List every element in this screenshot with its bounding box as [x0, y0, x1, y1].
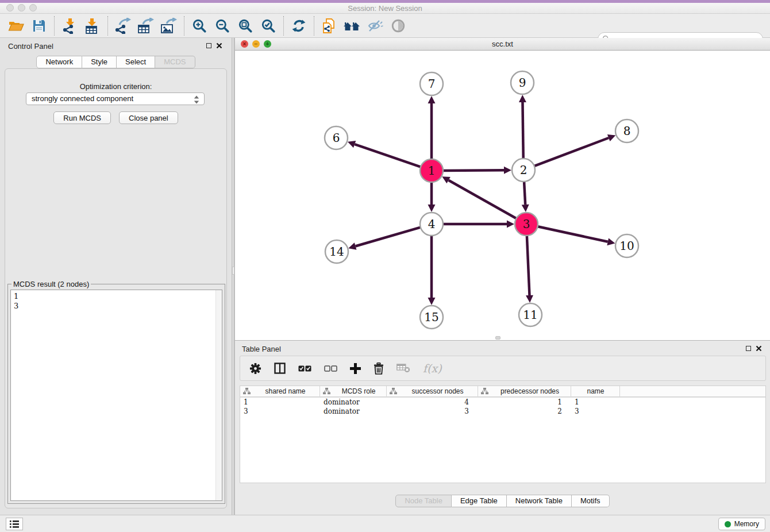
- graph-node-7[interactable]: 7: [420, 72, 443, 95]
- tab-mcds[interactable]: MCDS: [155, 56, 195, 68]
- mcds-result-textarea[interactable]: 13: [10, 290, 222, 501]
- column-header-MCDS-role[interactable]: MCDS role: [320, 386, 387, 396]
- zoom-in-icon[interactable]: [188, 16, 211, 36]
- canvas-scroll-thumb[interactable]: [495, 336, 500, 340]
- delete-table-icon[interactable]: [396, 364, 410, 373]
- cell-shared-name[interactable]: 3: [240, 407, 320, 416]
- float-panel-icon[interactable]: [206, 43, 211, 48]
- edge-4-14[interactable]: [356, 227, 421, 246]
- cell-name[interactable]: 1: [571, 398, 620, 407]
- close-panel-button[interactable]: Close panel: [119, 111, 178, 124]
- edge-2-9[interactable]: [522, 102, 523, 159]
- task-history-button[interactable]: [6, 518, 23, 530]
- edge-3-11[interactable]: [527, 235, 530, 295]
- graph-node-2[interactable]: 2: [512, 159, 535, 182]
- tab-motifs[interactable]: Motifs: [572, 495, 610, 507]
- tab-node-table[interactable]: Node Table: [395, 495, 452, 507]
- edge-2-8[interactable]: [534, 138, 609, 166]
- edge-2-3[interactable]: [524, 181, 525, 205]
- minimize-network-icon[interactable]: −: [252, 40, 260, 48]
- cell-name[interactable]: 3: [571, 407, 620, 416]
- close-network-icon[interactable]: ×: [241, 40, 248, 48]
- graph-node-4[interactable]: 4: [420, 213, 443, 236]
- deselect-all-icon[interactable]: [324, 365, 337, 372]
- graph-node-11[interactable]: 11: [519, 303, 542, 326]
- close-panel-icon[interactable]: [216, 43, 222, 49]
- tab-network[interactable]: Network: [36, 56, 82, 68]
- cell-shared-name[interactable]: 1: [240, 398, 320, 407]
- optimization-criterion-label: Optimization criterion:: [5, 82, 226, 91]
- graph-node-10[interactable]: 10: [615, 234, 638, 257]
- import-table-icon[interactable]: [81, 16, 104, 36]
- select-all-icon[interactable]: [298, 365, 311, 372]
- splitter-handle[interactable]: [232, 267, 234, 275]
- main-toolbar: [0, 14, 770, 38]
- graph-node-14[interactable]: 14: [325, 240, 348, 263]
- export-image-icon[interactable]: [157, 16, 180, 36]
- optimization-select[interactable]: strongly connected component: [26, 92, 205, 105]
- cell-successor-nodes[interactable]: 4: [387, 398, 478, 407]
- column-header-name[interactable]: name: [571, 386, 620, 396]
- graph-node-15[interactable]: 15: [420, 306, 443, 329]
- delete-column-icon[interactable]: [374, 363, 384, 375]
- zoom-selected-icon[interactable]: [257, 16, 280, 36]
- graph-node-3[interactable]: 3: [515, 213, 538, 236]
- edge-3-10[interactable]: [537, 226, 608, 242]
- column-header-predecessor-nodes[interactable]: predecessor nodes: [478, 386, 571, 396]
- close-table-panel-icon[interactable]: [756, 345, 762, 352]
- tab-edge-table[interactable]: Edge Table: [452, 495, 507, 507]
- table-toolbar: f(x): [240, 356, 766, 381]
- column-header-label: MCDS role: [333, 387, 386, 395]
- float-table-panel-icon[interactable]: [746, 346, 751, 351]
- graph-node-1[interactable]: 1: [420, 159, 443, 182]
- export-table-icon[interactable]: [134, 16, 157, 36]
- show-all-panels-icon[interactable]: [341, 16, 364, 36]
- table-row[interactable]: 3dominator323: [240, 407, 765, 416]
- edge-3-1[interactable]: [449, 180, 517, 219]
- export-network-icon[interactable]: [111, 16, 134, 36]
- node-table[interactable]: shared nameMCDS rolesuccessor nodesprede…: [240, 385, 766, 483]
- graph-node-8[interactable]: 8: [615, 119, 638, 142]
- tab-network-table[interactable]: Network Table: [507, 495, 572, 507]
- maximize-window-icon[interactable]: [29, 4, 37, 11]
- memory-button[interactable]: Memory: [718, 518, 765, 530]
- run-mcds-button[interactable]: Run MCDS: [53, 111, 111, 124]
- network-window-titlebar[interactable]: × − + scc.txt: [235, 38, 770, 51]
- cell-MCDS-role[interactable]: dominator: [320, 398, 387, 407]
- result-scrollbar[interactable]: [215, 290, 222, 500]
- graph-node-9[interactable]: 9: [511, 71, 534, 94]
- edge-1-6[interactable]: [355, 144, 421, 167]
- column-header-shared-name[interactable]: shared name: [240, 386, 320, 396]
- show-graphics-details-icon[interactable]: [387, 16, 410, 36]
- import-network-icon[interactable]: [58, 16, 81, 36]
- cell-predecessor-nodes[interactable]: 2: [478, 407, 571, 416]
- graph-node-6[interactable]: 6: [325, 126, 348, 149]
- column-layout-icon[interactable]: [274, 363, 286, 374]
- mcds-result-title: MCDS result (2 nodes): [11, 280, 91, 288]
- save-session-icon[interactable]: [28, 16, 51, 36]
- toolbar-separator: [54, 16, 55, 36]
- svg-text:9: 9: [519, 76, 526, 90]
- svg-text:3: 3: [523, 217, 530, 231]
- table-settings-icon[interactable]: [249, 363, 261, 375]
- column-header-successor-nodes[interactable]: successor nodes: [387, 386, 478, 396]
- apply-layout-icon[interactable]: [287, 16, 310, 36]
- minimize-window-icon[interactable]: [18, 4, 25, 11]
- clone-network-icon[interactable]: [318, 16, 341, 36]
- table-row[interactable]: 1dominator411: [240, 398, 765, 407]
- close-window-icon[interactable]: [6, 4, 14, 11]
- zoom-out-icon[interactable]: [211, 16, 234, 36]
- network-canvas[interactable]: 7968124314101511: [235, 51, 770, 340]
- tab-style[interactable]: Style: [82, 56, 117, 68]
- function-builder-icon[interactable]: f(x): [423, 362, 442, 375]
- cell-MCDS-role[interactable]: dominator: [320, 407, 387, 416]
- tab-select[interactable]: Select: [117, 56, 155, 68]
- cell-successor-nodes[interactable]: 3: [387, 407, 478, 416]
- open-session-icon[interactable]: [5, 16, 28, 36]
- add-column-icon[interactable]: [350, 363, 361, 374]
- cell-predecessor-nodes[interactable]: 1: [478, 398, 571, 407]
- zoom-fit-icon[interactable]: [234, 16, 257, 36]
- hide-unselected-icon[interactable]: [364, 16, 387, 36]
- maximize-network-icon[interactable]: +: [264, 40, 271, 48]
- edge-1-2[interactable]: [442, 170, 504, 171]
